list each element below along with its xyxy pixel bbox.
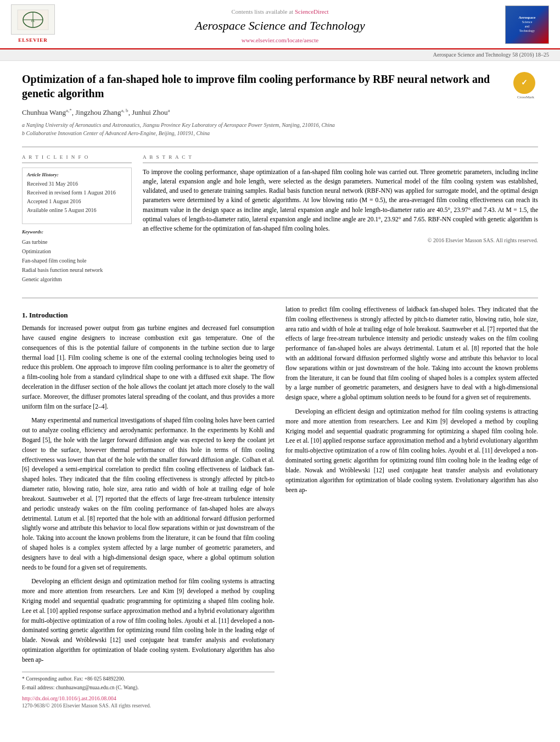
journal-title: Aerospace Science and Technology [55,18,505,35]
article-info-heading: A R T I C L E I N F O [22,154,132,163]
accepted-date: Accepted 1 August 2016 [27,197,127,206]
doi-link[interactable]: http://dx.doi.org/10.1016/j.ast.2016.08.… [22,695,275,702]
history-label: Article History: [27,171,127,178]
right-paragraph-2: Developing an efficient design and optim… [285,407,538,495]
footnote-area: * Corresponding author. Fax: +86 025 848… [22,672,275,710]
keyword-4: Radial basis function neural network [22,265,132,275]
abstract-col: A B S T R A C T To improve the cooling p… [143,154,538,289]
citation-bar: Aerospace Science and Technology 58 (201… [0,49,560,61]
revised-date: Received in revised form 1 August 2016 [27,188,127,197]
author-affiliations: a Nanjing University of Aeronautics and … [22,121,505,137]
article-title-section: Optimization of a fan-shaped hole to imp… [22,72,538,141]
article-title-text: Optimization of a fan-shaped hole to imp… [22,72,505,141]
corresponding-author: * Corresponding author. Fax: +86 025 848… [22,676,275,683]
issn-line: 1270-9638/© 2016 Elsevier Masson SAS. Al… [22,702,275,710]
available-date: Available online 5 August 2016 [27,206,127,215]
received-date: Received 31 May 2016 [27,180,127,188]
author-chunhua: Chunhua Wang [22,108,66,116]
article-info-col: A R T I C L E I N F O Article History: R… [22,154,132,289]
article-content: Optimization of a fan-shaped hole to imp… [0,61,560,721]
introduction-text: Demands for increased power output from … [22,323,275,665]
elsevier-brand: ELSEVIER [18,37,48,44]
journal-logo-right: Aerospace Science and Technology [505,5,549,44]
email-address: E-mail address: chunhuawang@nuaa.edu.cn … [22,684,275,691]
keywords-block: Keywords: Gas turbine Optimization Fan-s… [22,228,132,284]
crossmark-label: CrossMark [513,95,538,101]
journal-url[interactable]: www.elsevier.com/locate/aescte [55,36,505,44]
right-paragraph-1: lation to predict film cooling effective… [285,305,538,403]
crossmark-icon: ✓ [513,72,535,94]
citation-text: Aerospace Science and Technology 58 (201… [433,52,549,58]
intro-paragraph-2: Many experimental and numerical investig… [22,416,275,572]
article-info-abstract: A R T I C L E I N F O Article History: R… [22,154,538,289]
sciencedirect-link[interactable]: ScienceDirect [295,8,329,15]
keyword-2: Optimization [22,247,132,256]
svg-text:EL: EL [30,19,35,23]
abstract-heading: A B S T R A C T [143,154,538,163]
journal-center: Contents lists available at ScienceDirec… [55,8,505,48]
intro-paragraph-1: Demands for increased power output from … [22,323,275,411]
right-col-text: lation to predict film cooling effective… [285,305,538,495]
affiliation-b: b Collaborative Innovation Center of Adv… [22,129,505,137]
keywords-label: Keywords: [22,228,132,236]
main-col-left: 1. Introduction Demands for increased po… [22,305,275,710]
main-col-right: lation to predict film cooling effective… [285,305,538,710]
affiliation-a: a Nanjing University of Aeronautics and … [22,121,505,129]
elsevier-logo: EL ELSEVIER [11,4,55,48]
article-history-box: Article History: Received 31 May 2016 Re… [22,168,132,225]
keyword-3: Fan-shaped film cooling hole [22,256,132,265]
article-title: Optimization of a fan-shaped hole to imp… [22,72,505,101]
journal-header: EL ELSEVIER Contents lists available at … [0,0,560,49]
section-1-title: 1. Introduction [22,310,275,320]
intro-paragraph-3: Developing an efficient design and optim… [22,577,275,665]
divider-1 [22,147,538,147]
sciencedirect-label: Contents lists available at ScienceDirec… [55,8,505,16]
copyright-line: © 2016 Elsevier Masson SAS. All rights r… [143,237,538,244]
abstract-text: To improve the cooling performance, shap… [143,168,538,234]
author-junhui: Junhui Zhou [132,108,167,116]
divider-2 [22,298,538,298]
crossmark-logo: ✓ CrossMark [513,72,538,97]
elsevier-logo-image: EL [11,4,55,35]
keyword-5: Genetic algorithm [22,275,132,284]
main-body: 1. Introduction Demands for increased po… [22,305,538,710]
keyword-1: Gas turbine [22,237,132,247]
author-jingzhou: Jingzhou Zhang [75,108,121,116]
article-history: Article History: Received 31 May 2016 Re… [27,171,127,215]
article-authors: Chunhua Wanga,*, Jingzhou Zhanga, b, Jun… [22,107,505,118]
